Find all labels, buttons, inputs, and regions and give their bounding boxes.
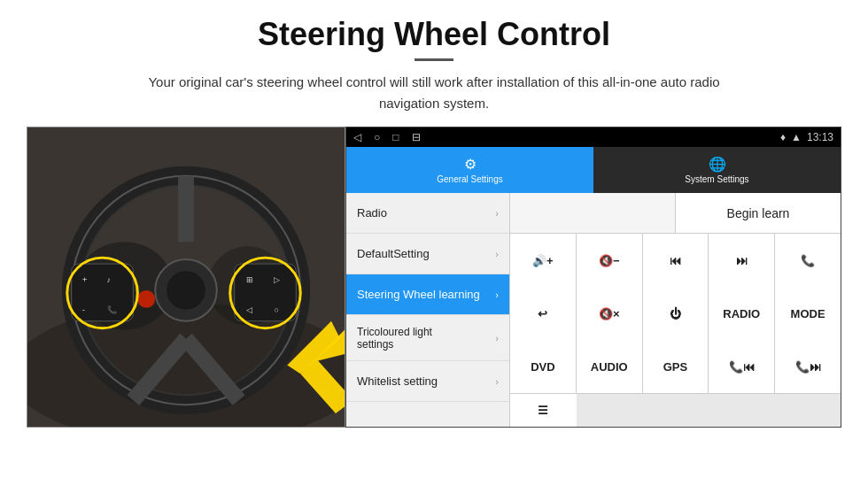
chevron-icon: › bbox=[495, 376, 499, 387]
status-bar: ◁ ○ □ ⊟ ♦ ▲ 13:13 bbox=[346, 127, 841, 147]
controls-panel: Begin learn 🔊+ 🔇− ⏮ bbox=[510, 193, 841, 427]
page-title: Steering Wheel Control bbox=[258, 16, 610, 53]
title-divider bbox=[415, 58, 453, 61]
gear-icon: ⚙ bbox=[464, 156, 477, 173]
audio-button[interactable]: AUDIO bbox=[577, 340, 642, 393]
list-button[interactable]: ☰ bbox=[510, 394, 577, 427]
tab-general-settings[interactable]: ⚙ General Settings bbox=[346, 147, 593, 193]
svg-text:📞: 📞 bbox=[107, 305, 118, 315]
back-icon: ↩ bbox=[538, 307, 547, 320]
prev-track-button[interactable]: ⏮ bbox=[643, 234, 709, 287]
menu-item-steering-wheel[interactable]: Steering Wheel learning › bbox=[346, 274, 509, 315]
location-icon: ♦ bbox=[780, 131, 786, 143]
steering-wheel-image: + - ♪ 📞 ⊞ ◁ ▷ ○ bbox=[27, 127, 345, 428]
menu-tricoloured-label: Tricoloured lightsettings bbox=[357, 326, 432, 351]
begin-learn-button[interactable]: Begin learn bbox=[676, 193, 841, 233]
phone-prev-button[interactable]: 📞⏮ bbox=[709, 340, 774, 393]
prev-track-icon: ⏮ bbox=[670, 254, 681, 267]
svg-text:-: - bbox=[82, 305, 85, 314]
svg-text:◁: ◁ bbox=[246, 305, 252, 314]
tab-system-label: System Settings bbox=[685, 174, 748, 184]
page-container: Steering Wheel Control Your original car… bbox=[0, 0, 868, 486]
vol-up-button[interactable]: 🔊+ bbox=[510, 234, 576, 287]
gps-button[interactable]: GPS bbox=[643, 340, 709, 393]
phone-next-button[interactable]: 📞⏭ bbox=[775, 340, 841, 393]
dvd-label: DVD bbox=[531, 360, 554, 374]
menu-item-tricoloured[interactable]: Tricoloured lightsettings › bbox=[346, 315, 509, 361]
controls-row3: DVD AUDIO GPS 📞⏮ 📞⏭ bbox=[510, 340, 841, 393]
status-right: ♦ ▲ 13:13 bbox=[780, 131, 833, 143]
vol-down-icon: 🔇− bbox=[599, 254, 620, 267]
menu-list: Radio › DefaultSetting › Steering Wheel … bbox=[346, 193, 510, 427]
power-icon: ⏻ bbox=[670, 307, 681, 320]
tab-bar: ⚙ General Settings 🌐 System Settings bbox=[346, 147, 841, 193]
phone-prev-icon: 📞⏮ bbox=[729, 360, 755, 374]
globe-icon: 🌐 bbox=[709, 156, 726, 173]
phone-next-icon: 📞⏭ bbox=[795, 360, 821, 374]
chevron-icon: › bbox=[495, 208, 499, 219]
chevron-icon: › bbox=[495, 249, 499, 259]
menu-radio-label: Radio bbox=[357, 206, 387, 220]
mute-button[interactable]: 🔇× bbox=[577, 287, 642, 340]
chevron-icon: › bbox=[495, 289, 499, 300]
svg-rect-18 bbox=[235, 264, 297, 321]
empty-input-box bbox=[510, 193, 676, 233]
next-track-button[interactable]: ⏭ bbox=[709, 234, 774, 287]
back-nav-icon[interactable]: ◁ bbox=[353, 131, 361, 143]
menu-item-whitelist[interactable]: Whitelist setting › bbox=[346, 361, 509, 402]
svg-text:♪: ♪ bbox=[107, 275, 111, 284]
gps-label: GPS bbox=[663, 360, 687, 374]
back-button[interactable]: ↩ bbox=[510, 287, 576, 340]
radio-mode-button[interactable]: RADIO bbox=[709, 287, 774, 340]
vol-up-icon: 🔊+ bbox=[532, 254, 554, 267]
chevron-icon: › bbox=[495, 333, 499, 343]
controls-row2: ↩ 🔇× ⏻ RADIO MODE bbox=[510, 287, 841, 340]
mode-label: MODE bbox=[791, 307, 825, 320]
controls-row4: ☰ bbox=[510, 393, 841, 427]
controls-row1: 🔊+ 🔇− ⏮ ⏭ 📞 bbox=[510, 234, 841, 287]
radio-label: RADIO bbox=[723, 307, 760, 320]
page-subtitle: Your original car's steering wheel contr… bbox=[124, 72, 744, 114]
mode-button[interactable]: MODE bbox=[775, 287, 841, 340]
tab-system-settings[interactable]: 🌐 System Settings bbox=[593, 147, 841, 193]
svg-rect-13 bbox=[72, 264, 134, 321]
wifi-icon: ▲ bbox=[791, 131, 802, 143]
power-button[interactable]: ⏻ bbox=[643, 287, 709, 340]
nav-icons: ◁ ○ □ ⊟ bbox=[353, 131, 421, 143]
menu-whitelist-label: Whitelist setting bbox=[357, 374, 438, 388]
svg-point-12 bbox=[167, 271, 205, 310]
vol-down-button[interactable]: 🔇− bbox=[577, 234, 642, 287]
svg-text:○: ○ bbox=[274, 305, 278, 314]
menu-nav-icon[interactable]: ⊟ bbox=[412, 131, 421, 143]
next-track-icon: ⏭ bbox=[736, 254, 748, 267]
main-content: + - ♪ 📞 ⊞ ◁ ▷ ○ bbox=[27, 127, 841, 428]
menu-steering-label: Steering Wheel learning bbox=[357, 288, 480, 301]
list-icon: ☰ bbox=[538, 404, 548, 417]
dvd-button[interactable]: DVD bbox=[510, 340, 576, 393]
svg-text:+: + bbox=[82, 274, 88, 284]
svg-text:▷: ▷ bbox=[274, 275, 280, 284]
mute-icon: 🔇× bbox=[599, 307, 620, 320]
menu-default-label: DefaultSetting bbox=[357, 247, 430, 260]
recents-nav-icon[interactable]: □ bbox=[392, 131, 399, 143]
tab-general-label: General Settings bbox=[437, 174, 503, 184]
clock: 13:13 bbox=[807, 131, 833, 143]
phone-icon: 📞 bbox=[801, 254, 815, 267]
content-area: Radio › DefaultSetting › Steering Wheel … bbox=[346, 193, 841, 427]
android-panel: ◁ ○ □ ⊟ ♦ ▲ 13:13 ⚙ General Settings bbox=[345, 127, 841, 428]
audio-label: AUDIO bbox=[591, 360, 628, 374]
home-nav-icon[interactable]: ○ bbox=[374, 131, 380, 143]
phone-button[interactable]: 📞 bbox=[775, 234, 841, 287]
svg-text:⊞: ⊞ bbox=[246, 275, 253, 284]
menu-item-radio[interactable]: Radio › bbox=[346, 193, 509, 234]
menu-item-default-setting[interactable]: DefaultSetting › bbox=[346, 234, 509, 274]
top-row: Begin learn bbox=[510, 193, 841, 234]
svg-point-4 bbox=[137, 290, 155, 308]
